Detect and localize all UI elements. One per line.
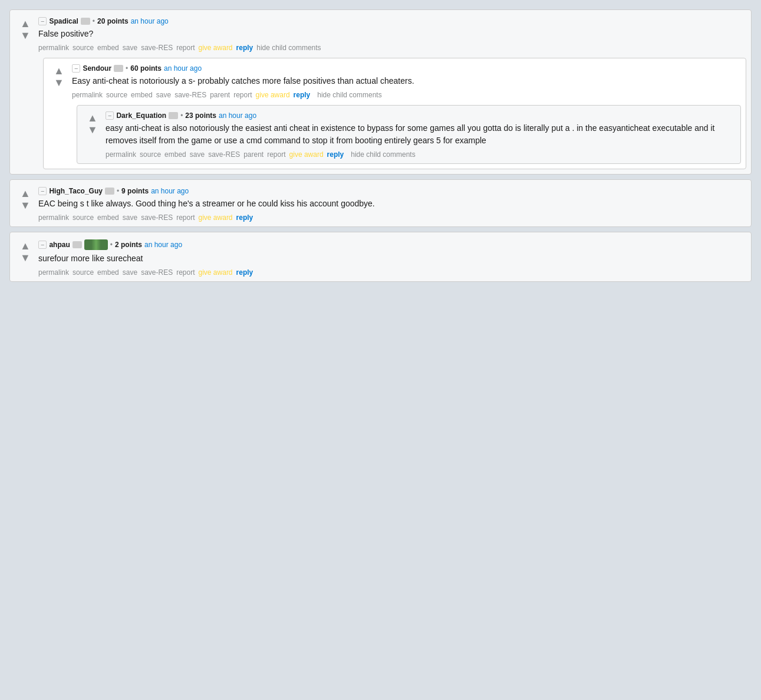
parent-link-3[interactable]: parent <box>243 150 263 159</box>
comment-actions-1: permalink source embed save save-RES rep… <box>38 44 746 52</box>
permalink-link-1[interactable]: permalink <box>38 44 69 52</box>
flair-icon-5 <box>73 241 82 248</box>
upvote-button-4[interactable]: ▲ <box>20 188 31 199</box>
permalink-link-3[interactable]: permalink <box>106 150 136 159</box>
downvote-button-2[interactable]: ▼ <box>54 77 64 88</box>
hide-child-comments-link-1[interactable]: hide child comments <box>256 44 321 52</box>
source-link-5[interactable]: source <box>73 268 94 277</box>
embed-link-2[interactable]: embed <box>131 91 153 99</box>
username-2[interactable]: Sendour <box>83 64 111 73</box>
report-link-5[interactable]: report <box>176 268 195 277</box>
vote-column-2: ▲ ▼ <box>48 64 70 88</box>
give-award-link-5[interactable]: give award <box>199 268 233 277</box>
collapse-button-4[interactable]: − <box>38 187 47 195</box>
give-award-link-3[interactable]: give award <box>289 150 324 159</box>
comment-actions-4: permalink source embed save save-RES rep… <box>38 213 746 222</box>
downvote-button-1[interactable]: ▼ <box>20 30 31 41</box>
comment-4: ▲ ▼ − High_Taco_Guy • 9 points an hour a… <box>15 187 746 222</box>
collapse-button-3[interactable]: − <box>106 111 114 120</box>
hide-child-comments-link-2[interactable]: hide child comments <box>317 91 381 99</box>
comment-actions-3: permalink source embed save save-RES par… <box>106 150 736 159</box>
comment-header-3: − Dark_Equation • 23 points an hour ago <box>106 111 736 120</box>
embed-link-4[interactable]: embed <box>97 213 119 222</box>
comment-text-1: False positive? <box>38 28 746 40</box>
permalink-link-5[interactable]: permalink <box>38 268 69 277</box>
comment-5: ▲ ▼ − ahpau • 2 points an hour ago suref… <box>15 239 746 277</box>
timestamp-5: an hour ago <box>144 241 182 249</box>
flair-icon-4 <box>105 188 114 195</box>
collapse-button-5[interactable]: − <box>38 241 47 249</box>
points-1: 20 points <box>97 17 129 25</box>
report-link-1[interactable]: report <box>176 44 195 52</box>
flair-icon-3 <box>169 112 178 119</box>
reply-link-1[interactable]: reply <box>236 44 253 52</box>
downvote-button-4[interactable]: ▼ <box>20 200 31 211</box>
timestamp-1: an hour ago <box>131 17 169 25</box>
give-award-link-4[interactable]: give award <box>199 213 233 222</box>
comment-1: ▲ ▼ − Spadical • 20 points an hour ago F… <box>15 17 746 169</box>
username-3[interactable]: Dark_Equation <box>116 111 166 120</box>
comment-body-5: − ahpau • 2 points an hour ago surefour … <box>36 239 746 277</box>
give-award-link-1[interactable]: give award <box>199 44 233 52</box>
username-5[interactable]: ahpau <box>49 241 70 249</box>
reply-link-2[interactable]: reply <box>294 91 311 99</box>
embed-link-1[interactable]: embed <box>97 44 119 52</box>
downvote-button-5[interactable]: ▼ <box>20 252 31 263</box>
source-link-3[interactable]: source <box>140 150 161 159</box>
comment-thread-3: ▲ ▼ − Dark_Equation • 23 poi <box>77 105 741 164</box>
comment-header-5: − ahpau • 2 points an hour ago <box>38 239 746 250</box>
comment-header-1: − Spadical • 20 points an hour ago <box>38 17 746 25</box>
save-link-2[interactable]: save <box>156 91 171 99</box>
comment-text-5: surefour more like surecheat <box>38 252 746 265</box>
embed-link-5[interactable]: embed <box>97 268 119 277</box>
upvote-button-3[interactable]: ▲ <box>87 113 98 123</box>
give-award-link-2[interactable]: give award <box>256 91 290 99</box>
permalink-link-2[interactable]: permalink <box>72 91 103 99</box>
collapse-button-2[interactable]: − <box>72 64 80 73</box>
upvote-button-5[interactable]: ▲ <box>20 241 31 251</box>
embed-link-3[interactable]: embed <box>164 150 186 159</box>
upvote-button-1[interactable]: ▲ <box>20 18 31 29</box>
collapse-button-1[interactable]: − <box>38 17 47 25</box>
save-res-link-2[interactable]: save-RES <box>174 91 206 99</box>
vote-column-3: ▲ ▼ <box>82 111 103 135</box>
reply-link-5[interactable]: reply <box>236 268 253 277</box>
comment-body-4: − High_Taco_Guy • 9 points an hour ago E… <box>36 187 746 222</box>
hide-child-comments-link-3[interactable]: hide child comments <box>351 150 415 159</box>
save-link-1[interactable]: save <box>123 44 137 52</box>
save-res-link-4[interactable]: save-RES <box>141 213 173 222</box>
comment-text-3: easy anti-cheat is also notoriously the … <box>106 122 736 147</box>
comment-text-2: Easy anti-cheat is notoriously a s- prob… <box>72 75 741 87</box>
save-link-3[interactable]: save <box>190 150 205 159</box>
reply-link-4[interactable]: reply <box>236 213 253 222</box>
save-res-link-5[interactable]: save-RES <box>141 268 173 277</box>
permalink-link-4[interactable]: permalink <box>38 213 69 222</box>
points-2: 60 points <box>130 64 162 73</box>
comment-thread-2: ▲ ▼ − Sendour • 60 points an hour ago Ea… <box>43 58 746 169</box>
report-link-2[interactable]: report <box>233 91 252 99</box>
points-3: 23 points <box>185 111 216 120</box>
upvote-button-2[interactable]: ▲ <box>54 65 64 76</box>
save-link-4[interactable]: save <box>123 213 137 222</box>
source-link-2[interactable]: source <box>106 91 127 99</box>
reply-link-3[interactable]: reply <box>327 150 344 159</box>
source-link-4[interactable]: source <box>73 213 94 222</box>
username-4[interactable]: High_Taco_Guy <box>49 187 102 195</box>
comment-2: ▲ ▼ − Sendour • 60 points an hour ago Ea… <box>48 64 741 164</box>
source-link-1[interactable]: source <box>73 44 94 52</box>
points-4: 9 points <box>121 187 149 195</box>
username-1[interactable]: Spadical <box>49 17 78 25</box>
report-link-3[interactable]: report <box>267 150 285 159</box>
comment-body-2: − Sendour • 60 points an hour ago Easy a… <box>70 64 741 164</box>
save-res-link-3[interactable]: save-RES <box>208 150 240 159</box>
comment-header-4: − High_Taco_Guy • 9 points an hour ago <box>38 187 746 195</box>
flair-icon-2 <box>114 65 123 72</box>
comment-actions-2: permalink source embed save save-RES par… <box>72 91 741 99</box>
comment-body-1: − Spadical • 20 points an hour ago False… <box>36 17 746 169</box>
downvote-button-3[interactable]: ▼ <box>87 124 98 135</box>
parent-link-2[interactable]: parent <box>210 91 230 99</box>
pepe-flair-icon-5 <box>84 239 108 250</box>
save-res-link-1[interactable]: save-RES <box>141 44 173 52</box>
report-link-4[interactable]: report <box>176 213 195 222</box>
save-link-5[interactable]: save <box>123 268 137 277</box>
